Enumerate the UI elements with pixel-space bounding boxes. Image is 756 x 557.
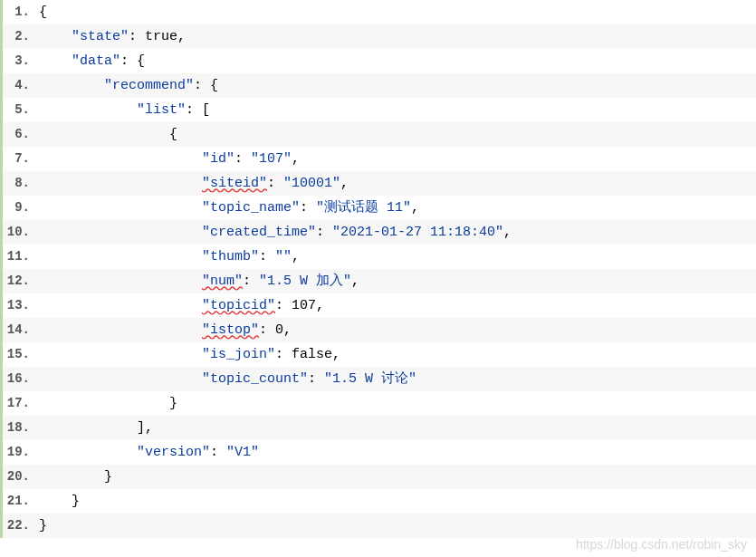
line-number: 11. [3,245,39,269]
line-number: 18. [3,416,39,440]
code-content: "siteid": "10001", [39,171,349,196]
code-content: "recommend": { [39,73,218,98]
code-content: "data": { [39,49,145,73]
line-number: 9. [3,196,39,220]
code-content: "state": true, [39,24,186,49]
line-number: 3. [3,49,39,73]
code-content: "topic_count": "1.5 W 讨论" [39,367,416,391]
code-line: 20. } [3,465,756,489]
code-content: { [39,122,177,147]
watermark: https://blog.csdn.net/robin_sky [576,537,747,552]
line-number: 21. [3,489,39,514]
code-line: 10. "created_time": "2021-01-27 11:18:40… [3,220,756,245]
line-number: 1. [3,0,39,24]
line-number: 2. [3,24,39,49]
line-number: 15. [3,342,39,367]
code-line: 22.} [3,514,756,538]
code-line: 5. "list": [ [3,98,756,122]
code-content: "is_join": false, [39,342,340,367]
code-content: "list": [ [39,98,210,122]
code-block: 1.{2. "state": true,3. "data": {4. "reco… [0,0,756,538]
code-line: 16. "topic_count": "1.5 W 讨论" [3,367,756,391]
code-line: 12. "num": "1.5 W 加入", [3,269,756,293]
line-number: 16. [3,367,39,391]
code-line: 18. ], [3,416,756,440]
code-line: 6. { [3,122,756,147]
code-line: 4. "recommend": { [3,73,756,98]
line-number: 10. [3,220,39,245]
code-line: 15. "is_join": false, [3,342,756,367]
code-content: "thumb": "", [39,245,300,269]
line-number: 19. [3,440,39,465]
code-line: 1.{ [3,0,756,24]
code-line: 3. "data": { [3,49,756,73]
code-content: } [39,514,47,538]
line-number: 4. [3,73,39,98]
code-line: 9. "topic_name": "测试话题 11", [3,196,756,220]
line-number: 6. [3,122,39,147]
line-number: 17. [3,391,39,416]
code-content: "created_time": "2021-01-27 11:18:40", [39,220,512,245]
code-content: } [39,465,112,489]
line-number: 22. [3,514,39,538]
code-line: 17. } [3,391,756,416]
line-number: 12. [3,269,39,293]
line-number: 5. [3,98,39,122]
code-content: { [39,0,47,24]
line-number: 13. [3,293,39,318]
code-content: } [39,489,80,514]
code-line: 11. "thumb": "", [3,245,756,269]
code-line: 14. "istop": 0, [3,318,756,342]
line-number: 14. [3,318,39,342]
code-content: ], [39,416,153,440]
code-line: 21. } [3,489,756,514]
line-number: 8. [3,171,39,196]
code-content: } [39,391,177,416]
line-number: 20. [3,465,39,489]
code-line: 19. "version": "V1" [3,440,756,465]
code-content: "topicid": 107, [39,293,324,318]
code-content: "num": "1.5 W 加入", [39,269,359,293]
code-content: "topic_name": "测试话题 11", [39,196,419,220]
code-line: 7. "id": "107", [3,147,756,171]
code-line: 13. "topicid": 107, [3,293,756,318]
code-line: 2. "state": true, [3,24,756,49]
code-content: "istop": 0, [39,318,292,342]
code-content: "version": "V1" [39,440,259,465]
code-content: "id": "107", [39,147,300,171]
code-line: 8. "siteid": "10001", [3,171,756,196]
line-number: 7. [3,147,39,171]
